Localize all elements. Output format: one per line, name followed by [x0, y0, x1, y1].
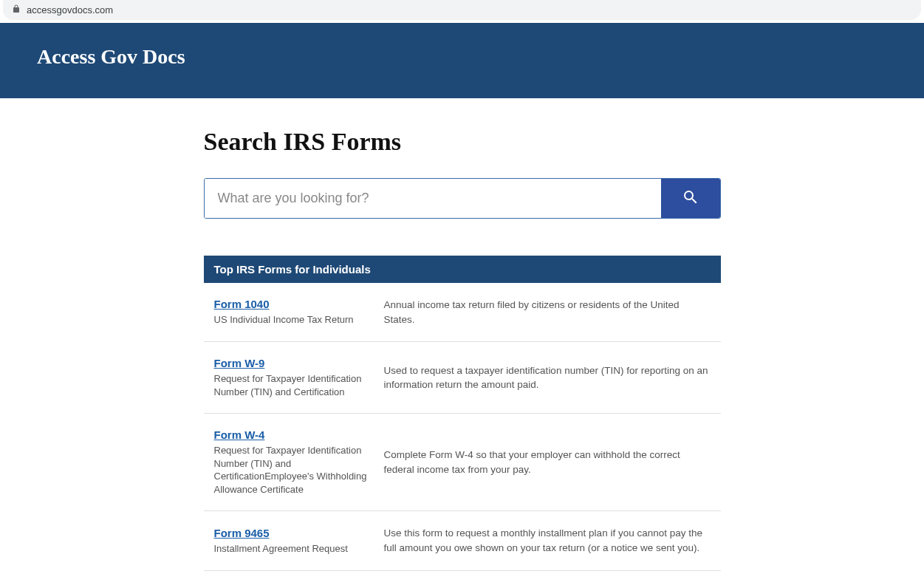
- form-subtitle: Request for Taxpayer Identification Numb…: [214, 372, 369, 398]
- forms-section-title: Top IRS Forms for Individuals: [204, 256, 721, 283]
- search-input[interactable]: [205, 179, 661, 218]
- main-content: Search IRS Forms Top IRS Forms for Indiv…: [196, 128, 728, 571]
- browser-url-bar[interactable]: accessgovdocs.com: [3, 0, 921, 20]
- form-name-block: Form W-9 Request for Taxpayer Identifica…: [214, 357, 369, 398]
- form-row: Form 9465 Installment Agreement Request …: [204, 511, 721, 570]
- search-icon: [682, 188, 699, 208]
- lock-icon: [12, 4, 21, 16]
- form-subtitle: US Individual Income Tax Return: [214, 313, 369, 327]
- form-row: Form W-4 Request for Taxpayer Identifica…: [204, 414, 721, 511]
- url-text: accessgovdocs.com: [27, 4, 113, 16]
- form-link[interactable]: Form 1040: [214, 298, 270, 310]
- form-link[interactable]: Form W-9: [214, 357, 265, 369]
- search-form: [204, 178, 721, 219]
- form-row: Form W-9 Request for Taxpayer Identifica…: [204, 342, 721, 414]
- search-button[interactable]: [661, 179, 720, 218]
- form-row: Form 1040 US Individual Income Tax Retur…: [204, 283, 721, 342]
- form-link[interactable]: Form W-4: [214, 428, 265, 441]
- form-description: Annual income tax return filed by citize…: [384, 298, 711, 327]
- form-link[interactable]: Form 9465: [214, 527, 270, 539]
- form-name-block: Form W-4 Request for Taxpayer Identifica…: [214, 428, 369, 496]
- form-name-block: Form 9465 Installment Agreement Request: [214, 527, 369, 556]
- form-subtitle: Installment Agreement Request: [214, 542, 369, 556]
- form-description: Use this form to request a monthly insta…: [384, 526, 711, 555]
- form-description: Complete Form W-4 so that your employer …: [384, 448, 711, 476]
- form-name-block: Form 1040 US Individual Income Tax Retur…: [214, 298, 369, 327]
- form-description: Used to request a taxpayer identificatio…: [384, 363, 711, 392]
- site-title: Access Gov Docs: [37, 45, 887, 69]
- search-heading: Search IRS Forms: [204, 128, 721, 156]
- forms-list: Form 1040 US Individual Income Tax Retur…: [204, 283, 721, 571]
- site-header: Access Gov Docs: [0, 23, 924, 98]
- form-subtitle: Request for Taxpayer Identification Numb…: [214, 444, 369, 496]
